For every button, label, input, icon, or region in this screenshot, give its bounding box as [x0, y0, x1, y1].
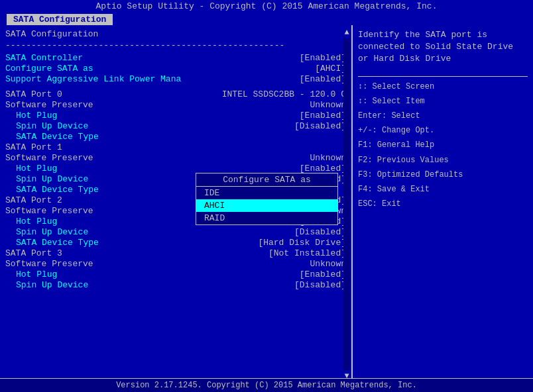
key-change-opt: +/-: Change Opt.	[358, 124, 528, 137]
hot-plug1-label: Hot Plug	[5, 164, 57, 173]
hot-plug3-label: Hot Plug	[5, 270, 57, 279]
aggressive-link-row: Support Aggressive Link Power Mana [Enab…	[5, 74, 346, 84]
dropdown-item-ahci[interactable]: AHCI	[196, 199, 337, 212]
sata-port0-drive: INTEL SSDSC2BB - 120.0 G	[222, 89, 346, 99]
tab-row: SATA Configuration	[0, 13, 533, 25]
dropdown-item-raid[interactable]: RAID	[196, 212, 337, 224]
sata-controller-value: [Enabled]	[300, 53, 346, 63]
spin-up2-row[interactable]: Spin Up Device [Disabled]	[5, 227, 346, 237]
left-panel: SATA Configuration ---------------------…	[0, 25, 351, 378]
spin-up3-row[interactable]: Spin Up Device [Disabled]	[5, 280, 346, 290]
device-type2-value: [Hard Disk Drive]	[258, 238, 346, 248]
sata-controller-row: SATA Controller [Enabled]	[5, 53, 346, 63]
sw-preserve1-label: Software Preserve	[5, 153, 93, 163]
dropdown-title: Configure SATA as	[196, 173, 337, 187]
scroll-up-arrow[interactable]: ▲	[344, 28, 349, 37]
key-f3: F3: Optimized Defaults	[358, 169, 528, 181]
scrollbar: ▲ ▼	[342, 28, 351, 378]
scroll-down-arrow[interactable]: ▼	[344, 371, 349, 378]
hot-plug0-value: [Enabled]	[300, 111, 346, 121]
app-title: Aptio Setup Utility - Copyright (C) 2015…	[96, 1, 438, 11]
device-type1-label: SATA Device Type	[5, 185, 99, 195]
key-f1: F1: General Help	[358, 139, 528, 152]
sata-port0-row: SATA Port 0 INTEL SSDSC2BB - 120.0 G	[5, 89, 346, 99]
sw-preserve1-row: Software Preserve Unknown	[5, 153, 346, 163]
sw-preserve2-label: Software Preserve	[5, 206, 93, 216]
sw-preserve3-value: Unknown	[310, 259, 346, 269]
sata-port1-row: SATA Port 1	[5, 142, 346, 152]
key-f2: F2: Previous Values	[358, 154, 528, 167]
hot-plug2-label: Hot Plug	[5, 217, 57, 226]
help-text: Identify the SATA port is connected to S…	[358, 29, 528, 66]
right-panel: Identify the SATA port is connected to S…	[351, 25, 533, 378]
spin-up1-label: Spin Up Device	[5, 174, 88, 184]
title-bar: Aptio Setup Utility - Copyright (C) 2015…	[0, 0, 533, 13]
spin-up3-label: Spin Up Device	[5, 280, 88, 290]
sata-port2-label: SATA Port 2	[5, 195, 62, 205]
sata-controller-label: SATA Controller	[5, 53, 83, 63]
sw-preserve3-row: Software Preserve Unknown	[5, 259, 346, 269]
sw-preserve1-value: Unknown	[310, 153, 346, 163]
scroll-track	[343, 38, 350, 370]
configure-sata-label: Configure SATA as	[5, 64, 93, 74]
hot-plug1-row[interactable]: Hot Plug [Enabled]	[5, 164, 346, 173]
hot-plug3-value: [Enabled]	[300, 270, 346, 279]
hot-plug1-value: [Enabled]	[300, 164, 346, 173]
spin-up0-label: Spin Up Device	[5, 121, 88, 131]
device-type0-row[interactable]: SATA Device Type	[5, 132, 346, 142]
sw-preserve3-label: Software Preserve	[5, 259, 93, 269]
main-content: SATA Configuration ---------------------…	[0, 25, 533, 378]
hot-plug0-label: Hot Plug	[5, 111, 57, 121]
key-enter: Enter: Select	[358, 110, 528, 122]
sw-preserve0-label: Software Preserve	[5, 100, 93, 110]
configure-sata-dropdown[interactable]: Configure SATA as IDE AHCI RAID	[196, 173, 338, 225]
key-esc: ESC: Exit	[358, 198, 528, 211]
spin-up3-value: [Disabled]	[294, 280, 346, 290]
sw-preserve0-row: Software Preserve Unknown	[5, 100, 346, 110]
spin-up2-label: Spin Up Device	[5, 227, 88, 237]
spin-up0-value: [Disabled]	[294, 121, 346, 131]
divider	[358, 76, 528, 77]
sw-preserve0-value: Unknown	[310, 100, 346, 110]
sata-port3-row: SATA Port 3 [Not Installed]	[5, 248, 346, 258]
spin-up0-row[interactable]: Spin Up Device [Disabled]	[5, 121, 346, 131]
sata-port1-label: SATA Port 1	[5, 142, 62, 152]
device-type2-row[interactable]: SATA Device Type [Hard Disk Drive]	[5, 238, 346, 248]
tab-sata-configuration[interactable]: SATA Configuration	[7, 14, 113, 25]
device-type0-label: SATA Device Type	[5, 132, 99, 142]
sata-port3-installed: [Not Installed]	[268, 248, 346, 258]
key-select-item: ↕: Select Item	[358, 95, 528, 108]
configure-sata-row[interactable]: Configure SATA as [AHCI]	[5, 64, 346, 74]
key-f4: F4: Save & Exit	[358, 183, 528, 196]
configure-sata-value: [AHCI]	[315, 64, 346, 74]
spin-up2-value: [Disabled]	[294, 227, 346, 237]
section-title: SATA Configuration	[5, 29, 346, 39]
aggressive-link-value: [Enabled]	[300, 74, 346, 84]
footer: Version 2.17.1245. Copyright (C) 2015 Am…	[0, 378, 533, 392]
sata-port3-label: SATA Port 3	[5, 248, 62, 258]
sata-port0-label: SATA Port 0	[5, 89, 62, 99]
key-select-screen: ↕: Select Screen	[358, 81, 528, 93]
hot-plug0-row[interactable]: Hot Plug [Enabled]	[5, 111, 346, 121]
device-type2-label: SATA Device Type	[5, 238, 99, 248]
dropdown-item-ide[interactable]: IDE	[196, 187, 337, 199]
footer-text: Version 2.17.1245. Copyright (C) 2015 Am…	[116, 381, 417, 390]
hot-plug3-row[interactable]: Hot Plug [Enabled]	[5, 270, 346, 279]
separator: ----------------------------------------…	[5, 40, 346, 50]
aggressive-link-label: Support Aggressive Link Power Mana	[5, 74, 181, 84]
